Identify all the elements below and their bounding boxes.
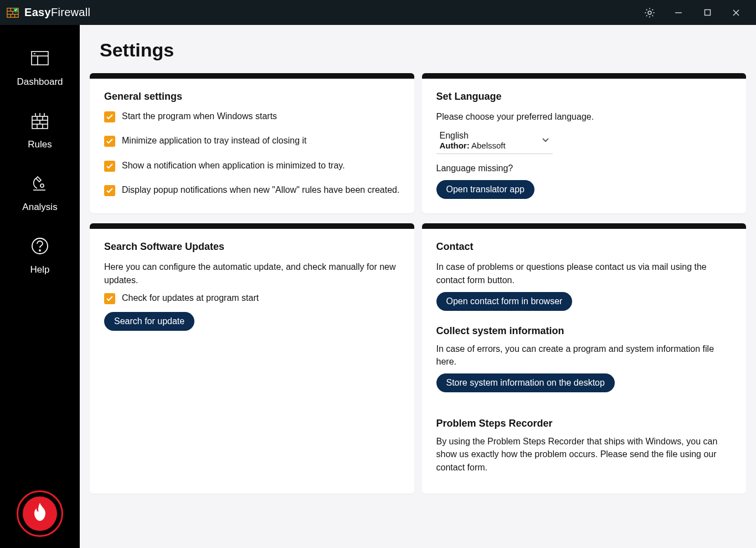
- app-title: EasyFirewall: [24, 6, 90, 19]
- open-translator-button[interactable]: Open translator app: [436, 180, 534, 199]
- collect-heading: Collect system information: [436, 325, 732, 337]
- card-heading: Contact: [436, 241, 732, 253]
- app-logo-icon: [7, 7, 19, 19]
- sidebar-item-label: Dashboard: [17, 76, 63, 88]
- language-author: Author: Abelssoft: [440, 141, 551, 150]
- psr-description: By using the Problem Steps Recorder that…: [436, 435, 732, 474]
- card-contact: Contact In case of problems or questions…: [422, 223, 747, 493]
- main-content: Settings General settings Start the prog…: [80, 25, 756, 548]
- checkbox-label: Display popup notifications when new "Al…: [122, 184, 399, 196]
- close-button[interactable]: [722, 0, 750, 25]
- svg-rect-10: [704, 10, 710, 16]
- checkbox-auto-update[interactable]: [104, 293, 115, 304]
- card-updates: Search Software Updates Here you can con…: [90, 223, 414, 493]
- card-language: Set Language Please choose your preferre…: [422, 73, 747, 213]
- checkbox-allow-rule-popup[interactable]: [104, 185, 115, 196]
- sidebar-item-rules[interactable]: Rules: [0, 103, 80, 166]
- checkbox-label: Check for updates at program start: [122, 292, 259, 304]
- psr-heading: Problem Steps Recorder: [436, 418, 732, 429]
- sidebar-item-help[interactable]: Help: [0, 228, 80, 291]
- settings-gear-icon[interactable]: [635, 0, 664, 25]
- checkbox-label: Start the program when Windows starts: [122, 110, 277, 122]
- search-update-button[interactable]: Search for update: [104, 312, 194, 331]
- sidebar-item-dashboard[interactable]: Dashboard: [0, 40, 80, 103]
- dashboard-icon: [30, 48, 50, 71]
- sidebar: Dashboard Rules: [0, 25, 80, 548]
- maximize-button[interactable]: [693, 0, 722, 25]
- card-heading: General settings: [104, 91, 400, 103]
- contact-description: In case of problems or questions please …: [436, 260, 732, 286]
- chevron-down-icon: [542, 136, 549, 146]
- checkbox-start-with-windows[interactable]: [104, 111, 115, 122]
- open-contact-form-button[interactable]: Open contact form in browser: [436, 292, 573, 311]
- checkbox-label: Minimize application to tray instead of …: [122, 135, 307, 147]
- help-icon: [30, 236, 50, 259]
- checkbox-tray-notification[interactable]: [104, 161, 115, 172]
- card-general-settings: General settings Start the program when …: [90, 73, 414, 213]
- fire-icon: [32, 503, 48, 525]
- store-system-info-button[interactable]: Store system information on the desktop: [436, 373, 615, 392]
- sidebar-item-label: Analysis: [22, 202, 57, 213]
- sidebar-item-analysis[interactable]: Analysis: [0, 166, 80, 228]
- card-heading: Search Software Updates: [104, 241, 400, 253]
- checkbox-minimize-to-tray[interactable]: [104, 136, 115, 147]
- sidebar-item-label: Rules: [28, 139, 52, 150]
- language-instruction: Please choose your preferred language.: [436, 110, 732, 123]
- minimize-button[interactable]: [664, 0, 693, 25]
- language-selected: English: [440, 131, 551, 141]
- svg-point-8: [648, 11, 651, 14]
- titlebar: EasyFirewall: [0, 0, 756, 25]
- microscope-icon: [30, 173, 50, 196]
- updates-description: Here you can configure the automatic upd…: [104, 260, 400, 286]
- card-heading: Set Language: [436, 91, 732, 103]
- svg-point-31: [39, 250, 40, 251]
- language-select[interactable]: English Author: Abelssoft: [436, 129, 553, 154]
- sidebar-item-label: Help: [30, 264, 50, 275]
- page-title: Settings: [100, 39, 756, 61]
- fire-badge-button[interactable]: [17, 490, 63, 537]
- svg-point-29: [40, 184, 44, 187]
- checkbox-label: Show a notification when application is …: [122, 160, 345, 172]
- firewall-icon: [30, 111, 50, 134]
- collect-description: In case of errors, you can create a prog…: [436, 342, 732, 368]
- language-missing-text: Language missing?: [436, 162, 732, 175]
